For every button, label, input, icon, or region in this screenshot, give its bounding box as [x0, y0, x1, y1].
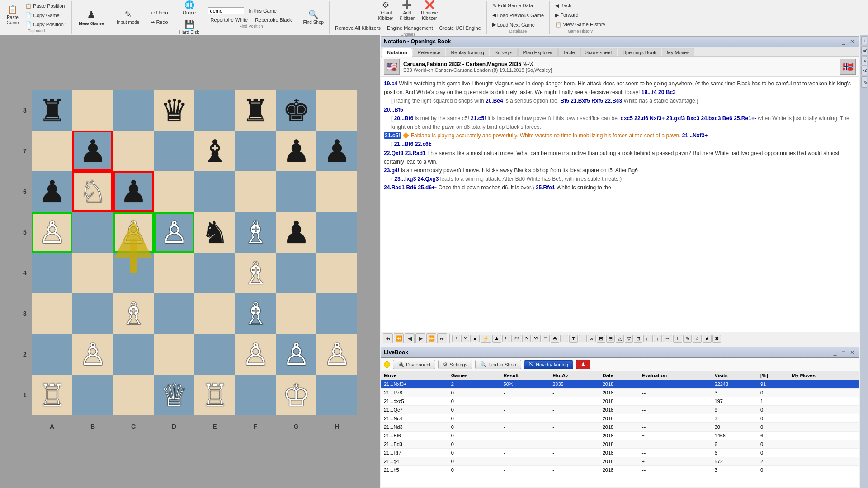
square-c8[interactable]: [113, 90, 154, 131]
anno-pen[interactable]: ✎: [683, 335, 692, 343]
novelty-mining-btn[interactable]: ⛏ Novelty Mining: [524, 360, 573, 369]
tab-plan-explorer[interactable]: Plan Explorer: [518, 48, 558, 56]
notation-close-btn[interactable]: ✕: [849, 38, 856, 45]
square-f3[interactable]: ♗: [235, 293, 276, 334]
square-f7[interactable]: [235, 131, 276, 171]
livebook-maxrestore-btn[interactable]: □: [840, 349, 847, 356]
table-row[interactable]: 21...Qc70--2018---90: [381, 406, 859, 414]
square-d3[interactable]: [154, 293, 194, 334]
engine-management-btn[interactable]: Engine Management: [384, 24, 436, 32]
notation-content[interactable]: 19.c4 While watching this game live I th…: [381, 77, 859, 332]
square-c3[interactable]: ♗: [113, 293, 154, 334]
anno-dbexclam[interactable]: !!: [502, 335, 510, 342]
move-20bc3[interactable]: 20.Bc3: [658, 89, 676, 95]
anno-advantage-b[interactable]: ⊟: [606, 335, 615, 343]
col-evaluation[interactable]: Evaluation: [639, 371, 712, 380]
square-g2[interactable]: ♙: [276, 334, 316, 375]
square-h5[interactable]: [316, 212, 357, 253]
table-row[interactable]: 21...Bf60--2018±14666: [381, 432, 859, 440]
square-h8[interactable]: [316, 90, 357, 131]
square-f6[interactable]: [235, 171, 276, 212]
square-b4[interactable]: [72, 253, 113, 293]
sidebar-tab-3[interactable]: ≈: [861, 56, 867, 66]
square-a3[interactable]: [32, 293, 72, 334]
square-a4[interactable]: [32, 253, 72, 293]
tab-table[interactable]: Table: [558, 48, 580, 56]
square-e3[interactable]: [194, 293, 235, 334]
square-f1[interactable]: [235, 375, 276, 415]
input-mode-btn[interactable]: ✎ Input mode: [114, 8, 142, 27]
square-a6[interactable]: ♟: [32, 171, 72, 212]
anno-delta[interactable]: △: [616, 335, 624, 343]
square-g3[interactable]: [276, 293, 316, 334]
anno-perp[interactable]: ⊥: [673, 335, 682, 343]
col-visits[interactable]: Visits: [712, 371, 758, 380]
paste-position-btn[interactable]: 📋 Paste Position: [23, 2, 69, 10]
square-c7[interactable]: [113, 131, 154, 171]
view-game-history-btn[interactable]: 📋 View Game History: [552, 20, 608, 29]
anno-zugzwang[interactable]: ♟: [492, 335, 501, 343]
edit-game-data-btn[interactable]: ✎ Edit Game Data: [490, 1, 547, 10]
square-h1[interactable]: [316, 375, 357, 415]
square-e2[interactable]: [194, 334, 235, 375]
tab-my-moves[interactable]: My Moves: [662, 48, 694, 56]
square-c1[interactable]: [113, 375, 154, 415]
livebook-extra-btn[interactable]: ♟: [576, 360, 590, 369]
move-22qxf3[interactable]: 22.Qxf3: [384, 150, 403, 156]
square-a8[interactable]: ♜: [32, 90, 72, 131]
load-prev-game-btn[interactable]: ◀ Load Previous Game: [490, 11, 547, 19]
nav-first-btn[interactable]: ⏮: [383, 333, 393, 343]
anno-dubious[interactable]: ?!: [532, 335, 540, 342]
anno-star-empty[interactable]: ☆: [693, 335, 702, 343]
anno-up-up[interactable]: ↑↑: [643, 335, 653, 342]
square-e7[interactable]: ♝: [194, 131, 235, 171]
table-row[interactable]: 21...Bd30--2018---60: [381, 440, 859, 449]
anno-question[interactable]: ?: [461, 335, 469, 342]
tab-replay[interactable]: Replay training: [446, 48, 489, 56]
square-a1[interactable]: ♖: [32, 375, 72, 415]
notation-minimize-btn[interactable]: _: [840, 38, 847, 45]
square-d7[interactable]: [154, 131, 194, 171]
anno-unclear[interactable]: ∞: [588, 335, 596, 342]
square-f8[interactable]: ♜: [235, 90, 276, 131]
square-e4[interactable]: [194, 253, 235, 293]
nav-last-btn[interactable]: ⏭: [437, 333, 447, 343]
square-b5[interactable]: [72, 212, 113, 253]
table-row[interactable]: 21...Rz80--2018---30: [381, 389, 859, 397]
square-f5[interactable]: ♗: [235, 212, 276, 253]
square-b3[interactable]: [72, 293, 113, 334]
square-g8[interactable]: ♚: [276, 90, 316, 131]
anno-interesting[interactable]: !?: [522, 335, 531, 342]
move-20be4[interactable]: 20.Be4: [486, 98, 503, 104]
find-in-shop-btn[interactable]: 🔍 Find Shop: [300, 8, 326, 27]
square-d4[interactable]: [154, 253, 194, 293]
square-b6[interactable]: ♘: [72, 171, 113, 212]
anno-x[interactable]: ✖: [712, 335, 721, 343]
nav-next-var-btn[interactable]: ⏩: [426, 333, 436, 343]
move-19f4[interactable]: 19...f4: [642, 89, 657, 95]
move-21nxf3[interactable]: 21...Nxf3+: [682, 132, 708, 139]
anno-nabla[interactable]: ▽: [625, 335, 633, 343]
square-f4[interactable]: ♗: [235, 253, 276, 293]
square-f2[interactable]: ♙: [235, 334, 276, 375]
remove-kibitzer-btn[interactable]: ❌ RemoveKibitzer: [418, 0, 440, 23]
sidebar-tab-4[interactable]: A: [861, 66, 867, 75]
anno-star[interactable]: ★: [703, 335, 712, 343]
square-h6[interactable]: [316, 171, 357, 212]
anno-only[interactable]: □: [542, 335, 550, 342]
hard-disk-btn[interactable]: 💾 Hard Disk: [177, 18, 202, 37]
anno-equal[interactable]: =: [579, 335, 587, 342]
square-a2[interactable]: [32, 334, 72, 375]
col-elo-av[interactable]: Elo-Av: [550, 371, 600, 380]
square-d2[interactable]: [154, 334, 194, 375]
table-row[interactable]: 21...Nd30--2018---300: [381, 423, 859, 432]
move-23g4[interactable]: 23.g4!: [384, 167, 400, 174]
move-23rad1[interactable]: 23.Rad1: [405, 150, 426, 156]
table-row[interactable]: 21...Nxf3+250%28352018---2224891: [381, 380, 859, 389]
forward-btn[interactable]: ▶ Forward: [552, 11, 608, 19]
square-g1[interactable]: ♔: [276, 375, 316, 415]
in-this-game-btn[interactable]: In this Game: [246, 7, 279, 15]
anno-right[interactable]: →: [663, 335, 672, 342]
game-combo[interactable]: [208, 7, 244, 14]
square-g7[interactable]: ♟: [276, 131, 316, 171]
